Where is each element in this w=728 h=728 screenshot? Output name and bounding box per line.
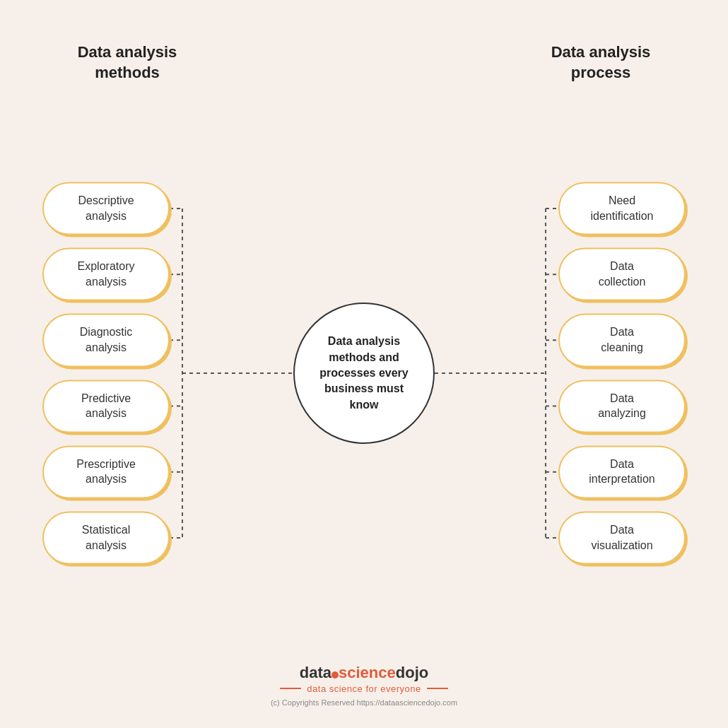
- tagline-dash-left: [280, 688, 301, 689]
- pill-prescriptive: Prescriptiveanalysis: [42, 445, 170, 498]
- pill-data-analyzing: Dataanalyzing: [558, 380, 686, 433]
- headers: Data analysis methods Data analysis proc…: [0, 0, 728, 83]
- center-circle: Data analysis methods and processes ever…: [293, 303, 435, 444]
- left-header: Data analysis methods: [57, 42, 198, 83]
- right-header: Data analysis process: [530, 42, 671, 83]
- pill-need-id: Needidentification: [558, 182, 686, 235]
- pill-data-cleaning: Datacleaning: [558, 314, 686, 367]
- brand-part1: data: [300, 664, 331, 681]
- pill-diagnostic: Diagnosticanalysis: [42, 314, 170, 367]
- pill-data-visualization: Datavisualization: [558, 511, 686, 564]
- brand-part3: dojo: [396, 664, 428, 681]
- tagline-line: data science for everyone: [271, 682, 457, 694]
- main-container: Data analysis methods Data analysis proc…: [0, 0, 728, 728]
- left-pills: Descriptiveanalysis Exploratoryanalysis …: [42, 182, 170, 565]
- brand-name: datasciencedojo: [271, 664, 457, 682]
- copyright: (c) Copyrights Reserved https://dataasci…: [271, 698, 457, 707]
- tagline: data science for everyone: [307, 683, 421, 694]
- pill-statistical: Statisticalanalysis: [42, 511, 170, 564]
- tagline-dash-right: [427, 688, 448, 689]
- pill-exploratory: Exploratoryanalysis: [42, 248, 170, 301]
- pill-descriptive: Descriptiveanalysis: [42, 182, 170, 235]
- pill-predictive: Predictiveanalysis: [42, 380, 170, 433]
- footer: datasciencedojo data science for everyon…: [271, 664, 457, 728]
- brand-part2: science: [339, 664, 396, 681]
- diagram: Descriptiveanalysis Exploratoryanalysis …: [0, 83, 728, 664]
- brand-dot: [331, 671, 339, 679]
- pill-data-interpretation: Datainterpretation: [558, 445, 686, 498]
- center-text: Data analysis methods and processes ever…: [309, 334, 419, 413]
- pill-data-collection: Datacollection: [558, 248, 686, 301]
- right-pills: Needidentification Datacollection Datacl…: [558, 182, 686, 565]
